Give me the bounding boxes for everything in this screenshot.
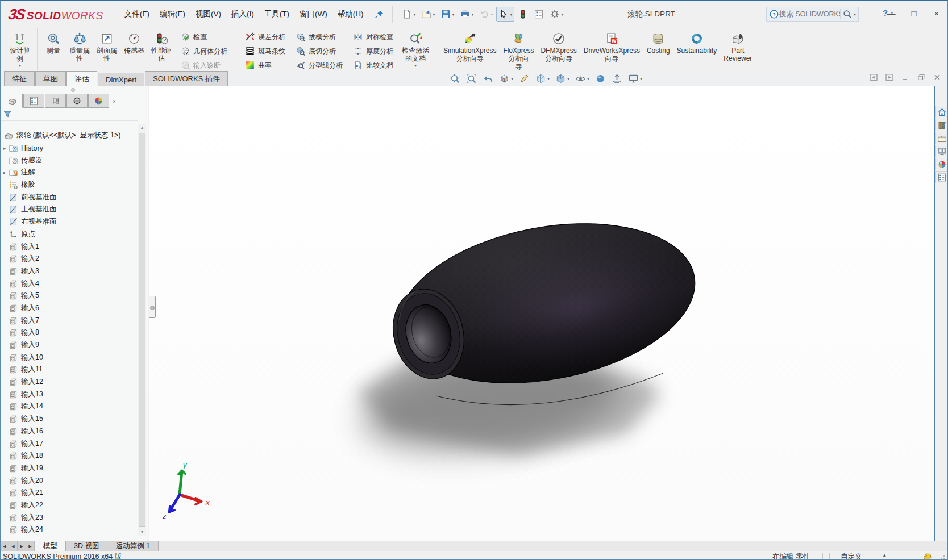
selection-filter-button[interactable] bbox=[531, 7, 546, 22]
tree-item[interactable]: 输入14 bbox=[1, 400, 137, 413]
tree-item[interactable]: 输入22 bbox=[1, 499, 137, 512]
tab-评估[interactable]: 评估 bbox=[66, 71, 97, 86]
fm-tab-property-manager[interactable] bbox=[23, 94, 44, 108]
sensor-button[interactable]: 传感器 bbox=[120, 30, 148, 56]
section-view-button[interactable]: ▾ bbox=[498, 72, 514, 85]
design-study-button[interactable]: 设计算例▾ bbox=[6, 30, 34, 70]
geometry-analysis-button[interactable]: 几何体分析 bbox=[177, 44, 230, 58]
dropdown-arrow-icon[interactable]: ▾ bbox=[511, 76, 513, 81]
tree-item[interactable]: 输入1 bbox=[1, 240, 137, 253]
tree-item[interactable]: 输入9 bbox=[1, 339, 137, 352]
doc-restore-button[interactable] bbox=[917, 73, 926, 82]
doc-close-button[interactable] bbox=[933, 73, 942, 82]
tree-item[interactable]: 输入21 bbox=[1, 487, 137, 499]
dropdown-arrow-icon[interactable]: ▾ bbox=[510, 12, 512, 17]
tree-item[interactable]: 输入12 bbox=[1, 376, 137, 388]
panel-splitter-handle[interactable] bbox=[149, 296, 156, 318]
menu-item[interactable]: 编辑(E) bbox=[155, 6, 190, 23]
3d-model-roller[interactable] bbox=[149, 86, 935, 541]
search-dropdown[interactable]: ▾ bbox=[854, 12, 856, 17]
tree-item[interactable]: 输入10 bbox=[1, 351, 137, 363]
tree-item[interactable]: 输入4 bbox=[1, 277, 137, 290]
dfmxpress-button[interactable]: DFMXpress分析向导 bbox=[537, 30, 580, 64]
tree-filter-row[interactable] bbox=[1, 108, 138, 121]
minimize-button[interactable]: — bbox=[884, 6, 899, 20]
tree-item[interactable]: 输入2 bbox=[1, 253, 137, 265]
custom-caret-icon[interactable]: ▴ bbox=[883, 552, 886, 558]
scroll-down-arrow[interactable]: ▾ bbox=[138, 528, 146, 536]
select-cursor-button[interactable]: ▾ bbox=[496, 7, 514, 22]
expand-arrow-icon[interactable]: ▸ bbox=[1, 170, 9, 175]
menu-item[interactable]: 窗口(W) bbox=[294, 6, 332, 23]
section-properties-button[interactable]: 剖面属性 bbox=[93, 30, 120, 64]
doc-minimize-button[interactable] bbox=[901, 73, 910, 82]
taskpane-appearances-sphere-button[interactable] bbox=[935, 158, 948, 170]
dropdown-arrow-icon[interactable]: ▾ bbox=[490, 12, 493, 17]
dropdown-arrow-icon[interactable]: ▾ bbox=[19, 63, 21, 68]
measure-button[interactable]: 测量 bbox=[41, 30, 66, 56]
open-document-button[interactable]: ▾ bbox=[419, 7, 437, 22]
tab-DimXpert[interactable]: DimXpert bbox=[98, 73, 144, 86]
taskpane-view-palette-button[interactable] bbox=[935, 145, 948, 157]
floxpress-button[interactable]: FloXpress分析向导 bbox=[500, 30, 537, 72]
tree-item[interactable]: 输入18 bbox=[1, 450, 137, 462]
parting-line-analysis-button[interactable]: 分型线分析 bbox=[293, 58, 346, 72]
dropdown-arrow-icon[interactable]: ▾ bbox=[567, 76, 569, 81]
close-button[interactable]: × bbox=[929, 6, 944, 20]
save-button[interactable]: ▾ bbox=[438, 7, 456, 22]
model-tab-模型[interactable]: 模型 bbox=[35, 541, 66, 551]
model-tab-运动算例 1[interactable]: 运动算例 1 bbox=[107, 541, 158, 551]
dropdown-arrow-icon[interactable]: ▾ bbox=[640, 76, 642, 81]
tree-item[interactable]: 输入15 bbox=[1, 413, 137, 425]
menu-item[interactable]: 帮助(H) bbox=[332, 6, 369, 23]
tree-item[interactable]: 输入16 bbox=[1, 425, 137, 438]
zoom-fit-button[interactable] bbox=[448, 72, 461, 85]
tree-item[interactable]: 输入23 bbox=[1, 511, 137, 524]
tag-icon[interactable] bbox=[922, 552, 933, 560]
hide-show-items-button[interactable]: ▾ bbox=[574, 72, 591, 85]
options-gear-button[interactable]: ▾ bbox=[547, 7, 566, 22]
tab-scroll-button[interactable]: ▶ bbox=[18, 541, 26, 551]
tree-item[interactable]: ▸A注解 bbox=[1, 166, 137, 179]
curvature-button[interactable]: 曲率 bbox=[242, 58, 288, 72]
maximize-button[interactable]: □ bbox=[907, 6, 921, 20]
tree-item[interactable]: 输入13 bbox=[1, 388, 137, 400]
taskpane-file-explorer-button[interactable] bbox=[935, 132, 948, 144]
model-tab-3D 视图[interactable]: 3D 视图 bbox=[66, 541, 107, 551]
undo-button[interactable]: ▾ bbox=[477, 7, 495, 22]
apply-scene-button[interactable] bbox=[610, 72, 623, 85]
tree-item[interactable]: 输入11 bbox=[1, 363, 137, 376]
tree-item[interactable]: 输入8 bbox=[1, 327, 137, 339]
tab-scroll-button[interactable]: ▶ bbox=[26, 541, 35, 551]
display-style-button[interactable]: ▾ bbox=[554, 72, 571, 85]
part-reviewer-button[interactable]: PartReviewer bbox=[720, 30, 755, 64]
tab-scroll-button[interactable]: ◀ bbox=[9, 541, 18, 551]
dropdown-arrow-icon[interactable]: ▾ bbox=[452, 12, 454, 17]
resize-grip[interactable] bbox=[941, 554, 946, 559]
tree-item[interactable]: 输入19 bbox=[1, 462, 137, 475]
performance-lights-button[interactable] bbox=[515, 7, 530, 22]
tree-item[interactable]: ▸History bbox=[1, 142, 137, 154]
graphics-viewport[interactable]: y x z bbox=[149, 86, 935, 541]
scroll-up-arrow[interactable]: ▴ bbox=[138, 124, 146, 132]
symmetry-check-button[interactable]: 对称检查 bbox=[350, 30, 396, 44]
tree-item[interactable]: 输入7 bbox=[1, 314, 137, 327]
draft-analysis-button[interactable]: 拔模分析 bbox=[293, 30, 346, 44]
3d-drawing-view-button[interactable] bbox=[518, 72, 531, 85]
fm-tab-fm-part[interactable] bbox=[2, 94, 23, 108]
tree-item[interactable]: 原点 bbox=[1, 228, 137, 241]
compare-documents-button[interactable]: =?比较文档 bbox=[350, 58, 396, 72]
zoom-area-button[interactable] bbox=[465, 72, 478, 85]
dropdown-arrow-icon[interactable]: ▾ bbox=[561, 12, 563, 17]
tab-scroll-button[interactable]: ◀ bbox=[1, 541, 9, 551]
check-entity-button[interactable]: 检查 bbox=[177, 30, 230, 44]
tree-item[interactable]: 输入20 bbox=[1, 474, 137, 487]
pin-toolbar-button[interactable] bbox=[372, 7, 386, 22]
taskpane-custom-properties-button[interactable] bbox=[935, 171, 948, 183]
sustainability-button[interactable]: Sustainability bbox=[673, 30, 721, 56]
panel-top-grip[interactable] bbox=[71, 88, 75, 92]
menu-item[interactable]: 视图(V) bbox=[190, 6, 226, 23]
tree-scrollbar[interactable]: ▴ ▾ bbox=[138, 124, 146, 536]
dropdown-arrow-icon[interactable]: ▾ bbox=[471, 12, 473, 17]
dropdown-arrow-icon[interactable]: ▾ bbox=[413, 12, 415, 17]
